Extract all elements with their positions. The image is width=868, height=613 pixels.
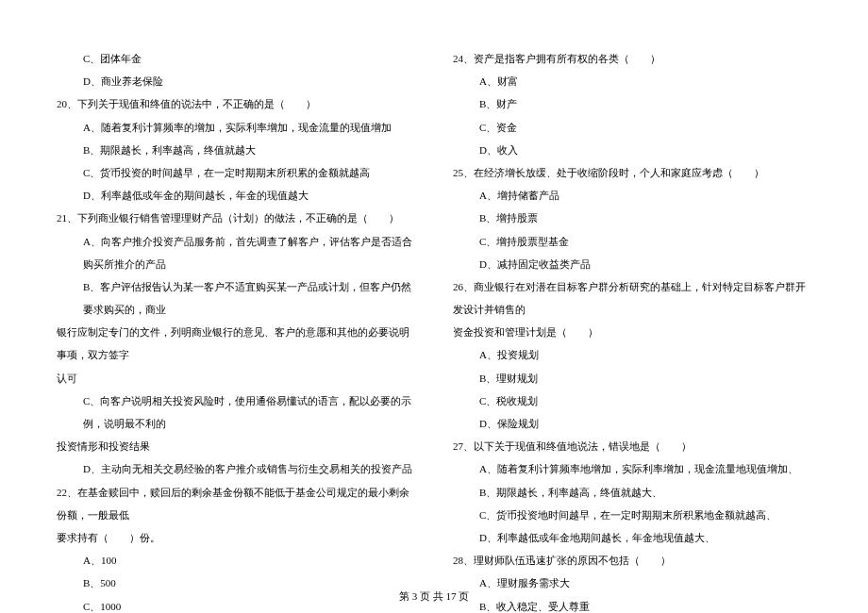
answer-option: C、向客户说明相关投资风险时，使用通俗易懂试的语言，配以必要的示例，说明最不利的 xyxy=(57,389,415,435)
question-line: 21、下列商业银行销售管理理财产品（计划）的做法，不正确的是（ ） xyxy=(57,207,415,229)
left-column: C、团体年金D、商业养老保险20、下列关于现值和终值的说法中，不正确的是（ ）A… xyxy=(57,47,415,613)
answer-option: D、主动向无相关交易经验的客户推介或销售与衍生交易相关的投资产品 xyxy=(57,457,415,480)
answer-option: C、团体年金 xyxy=(57,47,415,70)
page-footer: 第 3 页 共 17 页 xyxy=(0,589,868,604)
answer-option: D、收入 xyxy=(453,139,811,161)
question-line: 20、下列关于现值和终值的说法中，不正确的是（ ） xyxy=(57,92,415,115)
answer-option: A、增持储蓄产品 xyxy=(453,184,811,207)
question-line: 投资情形和投资结果 xyxy=(57,435,415,457)
question-line: 银行应制定专门的文件，列明商业银行的意见、客户的意愿和其他的必要说明事项，双方签… xyxy=(57,321,415,366)
question-line: 24、资产是指客户拥有所有权的各类（ ） xyxy=(453,47,811,70)
question-line: 26、商业银行在对潜在目标客户群分析研究的基础上，针对特定目标客户群开发设计并销… xyxy=(453,275,811,321)
answer-option: C、货币投资的时间越早，在一定时期期末所积累的金额就越高 xyxy=(57,161,415,184)
answer-option: D、利率越低或年金的期间越长，年金的现值越大 xyxy=(57,184,415,207)
answer-option: C、资金 xyxy=(453,116,811,139)
answer-option: B、财产 xyxy=(453,92,811,115)
answer-option: B、客户评估报告认为某一客户不适宜购买某一产品或计划，但客户仍然要求购买的，商业 xyxy=(57,275,415,321)
answer-option: B、期限越长，利率越高，终值就越大、 xyxy=(453,481,811,504)
question-line: 25、在经济增长放缓、处于收缩阶段时，个人和家庭应考虑（ ） xyxy=(453,161,811,184)
answer-option: A、财富 xyxy=(453,70,811,92)
question-line: 28、理财师队伍迅速扩张的原因不包括（ ） xyxy=(453,549,811,572)
answer-option: D、利率越低或年金地期间越长，年金地现值越大、 xyxy=(453,526,811,549)
question-line: 27、以下关于现值和终值地说法，错误地是（ ） xyxy=(453,435,811,457)
answer-option: A、投资规划 xyxy=(453,343,811,366)
answer-option: B、理财规划 xyxy=(453,367,811,389)
question-line: 资金投资和管理计划是（ ） xyxy=(453,321,811,343)
answer-option: C、增持股票型基金 xyxy=(453,230,811,253)
answer-option: C、税收规划 xyxy=(453,389,811,412)
question-line: 认可 xyxy=(57,367,415,389)
answer-option: D、保险规划 xyxy=(453,412,811,435)
answer-option: B、期限越长，利率越高，终值就越大 xyxy=(57,139,415,161)
answer-option: B、增持股票 xyxy=(453,207,811,229)
answer-option: C、货币投资地时间越早，在一定时期期末所积累地金额就越高、 xyxy=(453,504,811,526)
answer-option: D、减持固定收益类产品 xyxy=(453,253,811,275)
right-column: 24、资产是指客户拥有所有权的各类（ ）A、财富B、财产C、资金D、收入25、在… xyxy=(453,47,811,613)
question-line: 22、在基金赎回中，赎回后的剩余基金份额不能低于基金公司规定的最小剩余份额，一般… xyxy=(57,481,415,526)
answer-option: A、随着复利计算频率的增加，实际利率增加，现金流量的现值增加 xyxy=(57,116,415,139)
question-line: 要求持有（ ）份。 xyxy=(57,526,415,549)
answer-option: D、商业养老保险 xyxy=(57,70,415,92)
page-content: C、团体年金D、商业养老保险20、下列关于现值和终值的说法中，不正确的是（ ）A… xyxy=(0,0,868,613)
answer-option: A、向客户推介投资产品服务前，首先调查了解客户，评估客户是否适合购买所推介的产品 xyxy=(57,230,415,275)
answer-option: A、随着复利计算频率地增加，实际利率增加，现金流量地现值增加、 xyxy=(453,457,811,480)
answer-option: A、100 xyxy=(57,549,415,572)
